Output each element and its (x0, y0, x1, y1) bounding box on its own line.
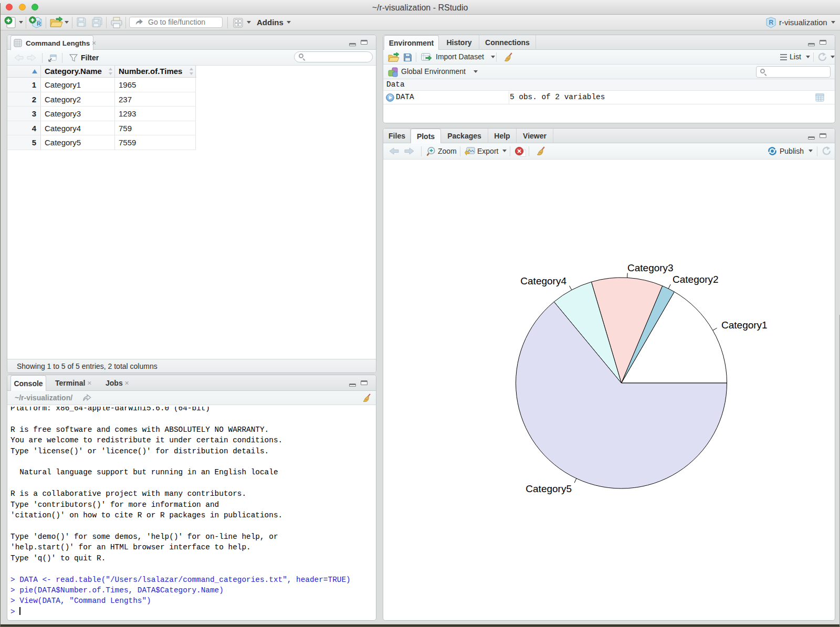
svg-text:Category5: Category5 (526, 483, 572, 494)
svg-text:Category4: Category4 (520, 275, 566, 286)
svg-text:Category1: Category1 (721, 320, 768, 331)
svg-text:R: R (769, 19, 774, 26)
svg-text:Category2: Category2 (673, 274, 719, 285)
svg-text:R: R (37, 20, 41, 27)
svg-text:Category3: Category3 (627, 262, 674, 273)
